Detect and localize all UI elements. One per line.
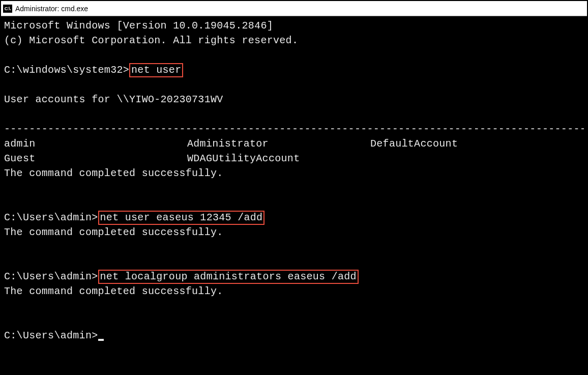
user-admin: admin <box>4 136 187 151</box>
accounts-header: User accounts for \\YIWO-20230731WV <box>4 94 223 105</box>
user-defaultaccount: DefaultAccount <box>370 136 584 151</box>
window-title: Administrator: cmd.exe <box>15 5 88 13</box>
prompt-2: C:\Users\admin> <box>4 212 98 223</box>
user-administrator: Administrator <box>187 136 370 151</box>
user-row-2: GuestWDAGUtilityAccount <box>4 151 584 166</box>
version-line: Microsoft Windows [Version 10.0.19045.28… <box>4 20 273 32</box>
success-3: The command completed successfully. <box>4 285 223 297</box>
titlebar[interactable]: C:\. Administrator: cmd.exe <box>1 1 587 16</box>
success-2: The command completed successfully. <box>4 226 223 238</box>
copyright-line: (c) Microsoft Corporation. All rights re… <box>4 35 298 46</box>
user-wdag: WDAGUtilityAccount <box>187 151 370 166</box>
prompt-4: C:\Users\admin> <box>4 330 98 341</box>
user-row-1: adminAdministratorDefaultAccount <box>4 136 584 151</box>
cmd-icon: C:\. <box>3 5 12 13</box>
command-1-highlight: net user <box>129 63 183 77</box>
prompt-1: C:\windows\system32> <box>4 64 129 76</box>
command-2-highlight: net user easeus 12345 /add <box>98 211 265 225</box>
user-guest: Guest <box>4 151 187 166</box>
terminal-area[interactable]: Microsoft Windows [Version 10.0.19045.28… <box>1 16 587 374</box>
cursor <box>98 339 104 341</box>
prompt-3: C:\Users\admin> <box>4 271 98 282</box>
cmd-window: C:\. Administrator: cmd.exe Microsoft Wi… <box>0 0 588 375</box>
success-1: The command completed successfully. <box>4 167 223 179</box>
command-3-highlight: net localgroup administrators easeus /ad… <box>98 270 359 284</box>
divider-line: ----------------------------------------… <box>4 122 584 136</box>
